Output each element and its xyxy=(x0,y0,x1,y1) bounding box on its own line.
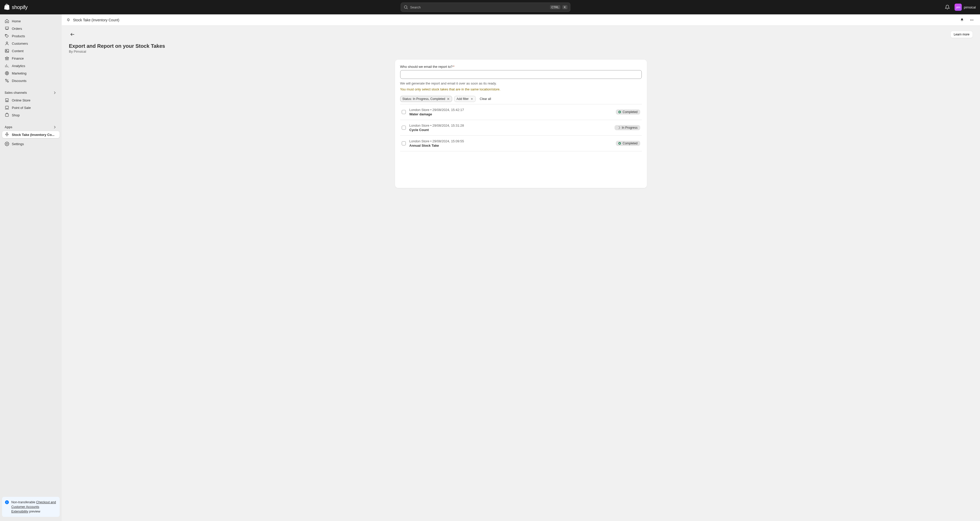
svg-point-20 xyxy=(972,19,972,20)
image-icon xyxy=(5,49,9,53)
item-meta: London Store • 29/08/2024, 15:42:17 xyxy=(409,108,612,112)
search-placeholder: Search xyxy=(410,5,548,9)
checkbox[interactable] xyxy=(402,141,406,145)
clear-all-button[interactable]: Clear all xyxy=(480,97,491,101)
shopify-logo[interactable]: shopify xyxy=(4,4,27,11)
email-field-label: Who should we email the report to?* xyxy=(400,65,642,68)
item-title: Cycle Count xyxy=(409,128,611,132)
arrow-left-icon xyxy=(70,32,75,37)
app-header: Stock Take (Inventory Count) xyxy=(62,14,980,26)
nav-finance[interactable]: Finance xyxy=(2,55,60,62)
svg-point-15 xyxy=(6,143,8,145)
svg-point-6 xyxy=(5,71,9,75)
bank-icon xyxy=(5,56,9,60)
section-apps[interactable]: Apps xyxy=(2,123,60,131)
nav-customers[interactable]: Customers xyxy=(2,40,60,47)
svg-point-7 xyxy=(6,72,8,74)
nav-discounts[interactable]: Discounts xyxy=(2,77,60,84)
shopify-bag-icon xyxy=(4,4,10,11)
percent-icon xyxy=(5,78,9,83)
pin-filled-icon xyxy=(960,18,964,22)
search-bar[interactable]: Search CTRL K xyxy=(401,3,570,12)
inbox-icon xyxy=(5,26,9,31)
svg-line-1 xyxy=(407,8,407,9)
chevron-right-icon xyxy=(52,125,57,129)
person-icon xyxy=(5,41,9,46)
svg-rect-13 xyxy=(5,114,8,117)
stock-take-list: London Store • 29/08/2024, 15:42:17 Wate… xyxy=(400,104,642,151)
svg-point-19 xyxy=(970,19,971,20)
helper-text: We will generate the report and email it… xyxy=(400,81,642,85)
info-icon: i xyxy=(5,500,9,505)
search-icon xyxy=(404,5,408,10)
svg-point-9 xyxy=(5,79,7,80)
status-dot-icon xyxy=(618,142,621,145)
home-icon xyxy=(5,19,9,23)
list-item[interactable]: London Store • 29/08/2024, 15:09:55 Annu… xyxy=(400,136,642,151)
avatar: pim xyxy=(955,3,962,11)
plus-icon xyxy=(470,97,473,100)
nav-settings[interactable]: Settings xyxy=(2,140,60,148)
chevron-right-icon xyxy=(52,91,57,95)
tag-icon xyxy=(5,33,9,38)
section-sales-channels[interactable]: Sales channels xyxy=(2,89,60,97)
svg-point-8 xyxy=(7,73,7,73)
nav-home[interactable]: Home xyxy=(2,17,60,25)
svg-point-3 xyxy=(6,42,8,43)
email-input[interactable] xyxy=(400,70,642,79)
checkbox[interactable] xyxy=(402,110,406,114)
pin-icon xyxy=(66,18,70,22)
checkbox[interactable] xyxy=(402,125,406,130)
app-title: Stock Take (Inventory Count) xyxy=(73,18,119,22)
sidebar: Home Orders Products Customers Content F… xyxy=(0,14,62,521)
item-title: Water damage xyxy=(409,112,612,116)
bell-icon xyxy=(945,5,950,10)
nav-content[interactable]: Content xyxy=(2,47,60,54)
list-item[interactable]: London Store • 29/08/2024, 15:31:28 Cycl… xyxy=(400,120,642,136)
pin-app-button[interactable] xyxy=(958,16,966,24)
warning-text: You must only select stock takes that ar… xyxy=(400,87,642,91)
info-alert: i Non-transferable Checkout and Customer… xyxy=(2,497,60,517)
item-meta: London Store • 29/08/2024, 15:31:28 xyxy=(409,124,611,127)
store-icon xyxy=(5,98,9,103)
item-meta: London Store • 29/08/2024, 15:09:55 xyxy=(409,139,612,143)
notifications-button[interactable] xyxy=(943,3,951,11)
shop-icon xyxy=(5,113,9,118)
pos-icon xyxy=(5,105,9,110)
store-name: pimsical xyxy=(964,5,976,9)
filter-status-tag[interactable]: Status: In Progress, Completed xyxy=(400,96,452,102)
account-menu[interactable]: pim pimsical xyxy=(955,3,976,11)
nav-online-store[interactable]: Online Store xyxy=(2,97,60,104)
partial-circle-icon xyxy=(617,126,620,129)
close-icon[interactable] xyxy=(447,97,450,100)
back-button[interactable] xyxy=(69,31,76,38)
page-subtitle: By Pimsical xyxy=(69,49,973,54)
nav-shop[interactable]: Shop xyxy=(2,111,60,119)
main: Stock Take (Inventory Count) Learn more … xyxy=(62,14,980,521)
nav-app-stock-take[interactable]: Stock Take (Inventory Co... xyxy=(2,131,60,138)
list-item[interactable]: London Store • 29/08/2024, 15:42:17 Wate… xyxy=(400,104,642,120)
nav-products[interactable]: Products xyxy=(2,32,60,40)
nav-orders[interactable]: Orders xyxy=(2,25,60,32)
svg-point-0 xyxy=(404,6,407,8)
learn-more-button[interactable]: Learn more xyxy=(950,31,973,38)
nav-point-of-sale[interactable]: Point of Sale xyxy=(2,104,60,111)
brand-name: shopify xyxy=(12,4,27,10)
svg-point-21 xyxy=(972,19,973,20)
add-filter-button[interactable]: Add filter xyxy=(454,96,476,102)
kbd-k: K xyxy=(562,5,567,9)
more-actions-button[interactable] xyxy=(968,16,975,24)
status-dot-icon xyxy=(618,111,621,113)
nav-marketing[interactable]: Marketing xyxy=(2,70,60,77)
svg-rect-12 xyxy=(5,106,8,108)
pin-icon xyxy=(5,132,9,137)
dots-horizontal-icon xyxy=(970,18,974,22)
svg-line-11 xyxy=(6,79,8,82)
svg-point-27 xyxy=(617,127,620,129)
nav-analytics[interactable]: Analytics xyxy=(2,62,60,69)
target-icon xyxy=(5,71,9,76)
svg-point-10 xyxy=(8,81,9,83)
status-badge-completed: Completed xyxy=(616,110,640,114)
svg-point-2 xyxy=(6,35,6,35)
chart-icon xyxy=(5,64,9,68)
